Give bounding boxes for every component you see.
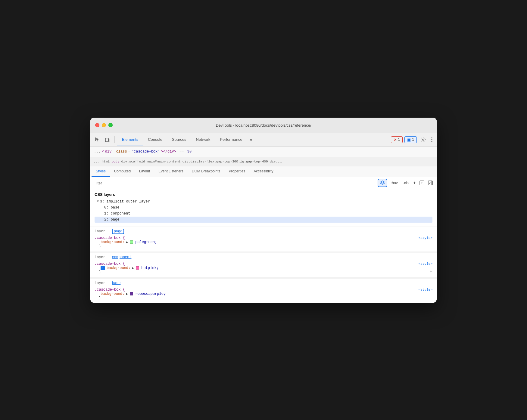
filter-right: :hov .cls + bbox=[378, 179, 434, 187]
device-toggle-button[interactable] bbox=[103, 135, 112, 144]
path-div-flex[interactable]: div.display-flex.gap-top-300.lg:gap-top-… bbox=[182, 160, 268, 163]
path-div-scaffold[interactable]: div.scaffold bbox=[121, 160, 145, 163]
tab-styles[interactable]: Styles bbox=[92, 166, 110, 177]
layer-base-label: Layer base bbox=[90, 278, 437, 286]
devtools-toolbar: Elements Console Sources Network Perform… bbox=[90, 133, 437, 147]
message-count: 1 bbox=[412, 137, 414, 142]
dom-tag-open: < bbox=[102, 150, 104, 154]
tab-event-listeners[interactable]: Event Listeners bbox=[154, 166, 188, 177]
rule-component-block: .cascade-box { <style> ✓ background: ▶ h… bbox=[90, 261, 437, 277]
filter-input-wrap bbox=[93, 180, 375, 186]
maximize-button[interactable] bbox=[108, 123, 113, 127]
tab-elements[interactable]: Elements bbox=[117, 133, 143, 146]
rule-component-source[interactable]: <style> bbox=[419, 262, 432, 266]
arrow-icon-3: ▶ bbox=[126, 292, 128, 296]
svg-rect-1 bbox=[109, 139, 110, 141]
selector-text-base: .cascade-box { bbox=[95, 288, 125, 292]
svg-point-2 bbox=[423, 139, 424, 141]
triangle-icon: ▼ bbox=[97, 200, 99, 203]
cls-button[interactable]: .cls bbox=[401, 180, 410, 186]
add-property-button[interactable]: + bbox=[429, 269, 432, 274]
layer-page-label: Layer page bbox=[90, 227, 437, 235]
rule-component-selector: .cascade-box { <style> bbox=[95, 262, 432, 266]
layer-base-link[interactable]: base bbox=[112, 281, 121, 285]
rule-base-block: .cascade-box { <style> background: ▶ reb… bbox=[90, 286, 437, 303]
tab-console[interactable]: Console bbox=[143, 133, 167, 146]
toolbar-tabs: Elements Console Sources Network Perform… bbox=[117, 133, 390, 146]
color-swatch-hotpink[interactable] bbox=[136, 266, 139, 270]
tab-network[interactable]: Network bbox=[191, 133, 215, 146]
path-body[interactable]: body bbox=[111, 160, 119, 163]
layer-base-item[interactable]: 0: base bbox=[95, 205, 432, 211]
layer-page-item[interactable]: 2: page bbox=[95, 217, 432, 223]
rule-page-source[interactable]: <style> bbox=[419, 236, 432, 240]
tab-sources[interactable]: Sources bbox=[167, 133, 191, 146]
tab-layout[interactable]: Layout bbox=[135, 166, 154, 177]
dom-tag-name: div bbox=[105, 150, 112, 154]
inspect-element-button[interactable] bbox=[93, 135, 102, 144]
message-badge[interactable]: ▣ 1 bbox=[404, 136, 417, 143]
prop-bg-component-value: hotpink; bbox=[141, 266, 159, 270]
settings-button[interactable] bbox=[419, 135, 428, 144]
rule-page-block: .cascade-box { <style> background: ▶ pal… bbox=[90, 235, 437, 251]
close-button[interactable] bbox=[95, 123, 99, 127]
element-path: ... html body div.scaffold main#main-con… bbox=[90, 157, 437, 166]
property-checkbox[interactable]: ✓ bbox=[101, 266, 105, 270]
svg-rect-0 bbox=[105, 138, 108, 142]
layer-root-item[interactable]: ▼ 3: implicit outer layer bbox=[95, 199, 432, 205]
path-html[interactable]: html bbox=[102, 160, 110, 163]
message-icon: ▣ bbox=[407, 137, 411, 142]
svg-rect-7 bbox=[428, 181, 432, 185]
path-div-c[interactable]: div.c… bbox=[270, 160, 282, 163]
selector-text: .cascade-box { bbox=[95, 236, 125, 240]
layer-tree: ▼ 3: implicit outer layer 0: base 1: com… bbox=[90, 199, 437, 225]
more-tabs-button[interactable]: » bbox=[247, 136, 255, 144]
css-layers-header: CSS layers bbox=[90, 189, 437, 199]
dom-tag-close: ></div> bbox=[161, 150, 176, 154]
rule-divider-3 bbox=[90, 277, 437, 278]
toolbar-separator bbox=[114, 136, 115, 143]
rule-page-close: } bbox=[95, 244, 432, 249]
traffic-lights bbox=[95, 123, 113, 127]
rule-component-close: } bbox=[95, 270, 432, 274]
svg-point-3 bbox=[432, 137, 432, 138]
tab-performance[interactable]: Performance bbox=[215, 133, 247, 146]
path-ellipsis: ... bbox=[93, 159, 100, 164]
toggle-sidebar-button[interactable] bbox=[427, 180, 434, 186]
layer-page-link[interactable]: page bbox=[112, 229, 124, 234]
add-style-button[interactable]: + bbox=[412, 179, 417, 187]
layers-filter-button[interactable] bbox=[378, 179, 387, 187]
error-count: 1 bbox=[398, 137, 400, 142]
minimize-button[interactable] bbox=[102, 123, 106, 127]
dom-dollar-ref: $0 bbox=[187, 150, 192, 154]
filter-bar: :hov .cls + bbox=[90, 177, 437, 189]
tab-accessibility[interactable]: Accessibility bbox=[249, 166, 277, 177]
breadcrumb-ellipsis: ... bbox=[94, 150, 101, 154]
svg-point-4 bbox=[432, 139, 432, 140]
tab-computed[interactable]: Computed bbox=[110, 166, 135, 177]
error-badge[interactable]: ✕ 1 bbox=[391, 136, 403, 143]
layer-component-link[interactable]: component bbox=[112, 255, 132, 259]
filter-input[interactable] bbox=[93, 180, 375, 186]
arrow-icon: ▶ bbox=[126, 240, 128, 244]
more-options-button[interactable] bbox=[429, 135, 434, 144]
new-style-rule-button[interactable] bbox=[419, 180, 425, 186]
path-main[interactable]: main#main-content bbox=[147, 160, 181, 163]
panel-tabs: Styles Computed Layout Event Listeners D… bbox=[90, 166, 437, 177]
titlebar: DevTools - localhost:8080/docs/devtools/… bbox=[90, 118, 437, 133]
tab-dom-breakpoints[interactable]: DOM Breakpoints bbox=[188, 166, 225, 177]
svg-point-5 bbox=[432, 141, 432, 142]
rule-base-property: background: ▶ rebeccapurple; bbox=[95, 292, 432, 296]
prop-background-name: background: bbox=[101, 240, 124, 244]
layer-component-item[interactable]: 1: component bbox=[95, 211, 432, 217]
tab-properties[interactable]: Properties bbox=[225, 166, 250, 177]
color-swatch-palegreen[interactable] bbox=[130, 240, 133, 244]
hov-button[interactable]: :hov bbox=[389, 180, 400, 186]
rule-divider-1 bbox=[90, 226, 437, 226]
rule-divider-2 bbox=[90, 252, 437, 252]
rule-base-source[interactable]: <style> bbox=[419, 288, 432, 292]
prop-bg-component-name: background: bbox=[107, 266, 130, 270]
prop-bg-base-value: rebeccapurple; bbox=[135, 292, 166, 296]
color-swatch-rebeccapurple[interactable] bbox=[130, 292, 133, 295]
prop-bg-base-name: background: bbox=[101, 292, 124, 296]
